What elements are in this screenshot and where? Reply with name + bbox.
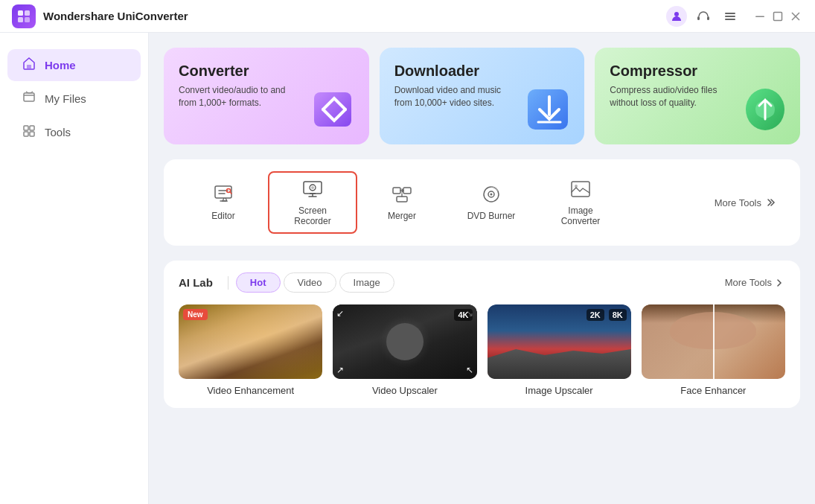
home-icon	[22, 57, 36, 74]
tool-image-converter-label: Image Converter	[552, 205, 609, 226]
ai-more-tools-button[interactable]: More Tools	[725, 277, 785, 288]
svg-rect-1	[25, 10, 30, 16]
svg-rect-35	[403, 188, 411, 194]
svg-point-41	[575, 185, 578, 188]
compressor-title: Compressor	[610, 63, 785, 80]
svg-rect-34	[393, 188, 400, 194]
maximize-button[interactable]	[770, 9, 785, 24]
compressor-icon	[739, 83, 791, 138]
app-logo	[12, 4, 36, 28]
svg-point-33	[311, 186, 314, 189]
svg-rect-5	[697, 16, 700, 20]
sidebar-item-tools[interactable]: Tools	[7, 116, 141, 148]
ai-card-image-upscaler[interactable]: 8K 2K Image Upscaler	[488, 304, 631, 396]
sidebar-item-home[interactable]: Home	[7, 49, 141, 81]
content-area: Converter Convert video/audio to and fro…	[149, 33, 815, 504]
files-icon	[22, 90, 36, 107]
app-product: UniConverter	[118, 10, 188, 22]
converter-card[interactable]: Converter Convert video/audio to and fro…	[164, 48, 369, 144]
user-icon[interactable]	[666, 6, 687, 27]
close-button[interactable]	[788, 9, 803, 24]
res-badge-4k: 4K	[454, 309, 472, 321]
tab-image[interactable]: Image	[339, 272, 394, 293]
svg-rect-17	[30, 126, 34, 130]
more-tools-label: More Tools	[715, 197, 761, 208]
merger-icon	[391, 184, 412, 205]
face-thumbnail	[642, 304, 785, 379]
converter-title: Converter	[179, 63, 354, 80]
tool-merger-label: Merger	[388, 211, 416, 221]
editor-icon	[213, 184, 234, 205]
chevron-right-double-icon	[764, 197, 776, 208]
ai-lab-section: AI Lab Hot Video Image More Tools	[164, 261, 800, 408]
svg-rect-19	[30, 132, 34, 136]
tab-video[interactable]: Video	[284, 272, 336, 293]
main-layout: Home My Files Tools	[0, 33, 815, 504]
ai-cards: New Video Enhancement ↙ ↘ ↗ ↖ 4K	[179, 304, 785, 396]
tool-image-converter[interactable]: Image Converter	[536, 171, 625, 234]
tab-hot[interactable]: Hot	[236, 272, 281, 293]
image-upscaler-label: Image Upscaler	[488, 385, 631, 396]
svg-rect-10	[755, 16, 764, 17]
svg-rect-3	[25, 17, 30, 22]
sidebar-home-label: Home	[45, 59, 76, 71]
app-branding: Wondershare UniConverter	[12, 4, 188, 28]
menu-icon[interactable]	[720, 6, 741, 27]
downloader-desc: Download video and music from 10,000+ vi…	[394, 84, 514, 109]
tool-screen-recorder[interactable]: Screen Recorder	[268, 171, 357, 234]
face-enhancer-thumb	[642, 304, 785, 379]
screen-recorder-icon	[302, 179, 323, 200]
tool-dvd-burner[interactable]: DVD Burner	[447, 176, 536, 229]
svg-rect-6	[707, 16, 709, 20]
app-name: Wondershare	[43, 10, 115, 22]
dvd-burner-icon	[481, 184, 502, 205]
minimize-button[interactable]	[752, 9, 767, 24]
ai-more-tools-label: More Tools	[725, 277, 772, 288]
video-upscaler-thumb: ↙ ↘ ↗ ↖ 4K	[333, 304, 476, 379]
svg-point-39	[490, 194, 493, 196]
sidebar-item-myfiles[interactable]: My Files	[7, 83, 141, 115]
res-badge-8k: 8K	[609, 309, 627, 321]
more-tools-button[interactable]: More Tools	[706, 191, 785, 214]
svg-rect-14	[27, 65, 31, 68]
ai-lab-header: AI Lab Hot Video Image More Tools	[179, 272, 785, 293]
svg-rect-18	[24, 132, 28, 136]
title-bar-controls	[666, 6, 803, 27]
video-upscaler-label: Video Upscaler	[333, 385, 476, 396]
tool-editor-label: Editor	[211, 211, 234, 221]
headset-icon[interactable]	[693, 6, 714, 27]
svg-rect-8	[725, 16, 735, 17]
tab-divider	[228, 276, 228, 290]
svg-rect-16	[24, 126, 28, 130]
new-badge: New	[183, 309, 208, 320]
ai-card-video-enhancement[interactable]: New Video Enhancement	[179, 304, 322, 396]
svg-rect-11	[774, 12, 782, 20]
face-enhancer-label: Face Enhancer	[642, 385, 785, 396]
tool-editor[interactable]: Editor	[179, 176, 268, 229]
video-enhancement-thumb: New	[179, 304, 322, 379]
compressor-desc: Compress audio/video files without loss …	[610, 84, 729, 109]
svg-rect-15	[24, 93, 34, 101]
ai-card-video-upscaler[interactable]: ↙ ↘ ↗ ↖ 4K Video Upscaler	[333, 304, 476, 396]
tool-merger[interactable]: Merger	[357, 176, 447, 229]
downloader-card[interactable]: Downloader Download video and music from…	[380, 48, 585, 144]
window-controls	[752, 9, 803, 24]
tool-dvd-burner-label: DVD Burner	[467, 211, 516, 221]
ai-lab-tabs: AI Lab Hot Video Image	[179, 272, 394, 293]
ai-lab-label: AI Lab	[179, 276, 213, 289]
res-badge-2k: 2K	[587, 309, 604, 321]
compressor-card[interactable]: Compressor Compress audio/video files wi…	[595, 48, 800, 144]
downloader-icon	[523, 83, 575, 138]
converter-desc: Convert video/audio to and from 1,000+ f…	[179, 84, 298, 109]
tools-row: Editor Screen Recorder	[164, 159, 800, 246]
title-bar: Wondershare UniConverter	[0, 0, 815, 33]
chevron-right-icon	[775, 278, 785, 288]
downloader-title: Downloader	[394, 63, 570, 80]
ai-card-face-enhancer[interactable]: Face Enhancer	[642, 304, 785, 396]
svg-rect-36	[397, 197, 407, 202]
svg-rect-7	[725, 13, 735, 14]
tools-icon	[22, 124, 36, 141]
image-upscaler-thumb: 8K 2K	[488, 304, 631, 379]
tool-screen-recorder-label: Screen Recorder	[284, 205, 341, 226]
sidebar-tools-label: Tools	[45, 126, 71, 138]
